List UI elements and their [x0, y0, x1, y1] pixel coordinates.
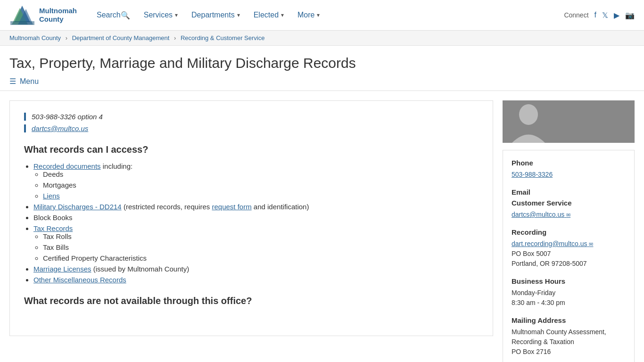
- facebook-icon[interactable]: f: [594, 11, 596, 19]
- logo-icon: [9, 3, 35, 27]
- menu-toggle[interactable]: ☰ Menu: [9, 77, 635, 86]
- mailing-label: Mailing Address: [512, 316, 626, 324]
- sidebar-info: Phone 503-988-3326 Email Customer Servic…: [503, 150, 635, 362]
- email-label: Email: [512, 188, 626, 196]
- svg-rect-3: [10, 21, 34, 25]
- nav-more[interactable]: More ▾: [292, 7, 325, 23]
- list-item-mortgages: Mortgages: [43, 181, 479, 189]
- sidebar-recording-section: Recording dart.recording@multco.us ✉ PO …: [512, 228, 626, 269]
- email-contact-block: dartcs@multco.us: [24, 124, 479, 132]
- marriage-link[interactable]: Marriage Licenses: [33, 265, 91, 273]
- content-area: 503-988-3326 option 4 dartcs@multco.us W…: [9, 100, 493, 336]
- list-item-military: Military Discharges - DD214 (restricted …: [33, 203, 479, 211]
- top-navigation-bar: Multnomah County Search 🔍 Services ▾ Dep…: [0, 0, 644, 31]
- sidebar-cs-email[interactable]: dartcs@multco.us ✉: [512, 211, 570, 218]
- breadcrumb-separator: ›: [174, 34, 176, 41]
- breadcrumb-home[interactable]: Multnomah County: [9, 34, 61, 41]
- hours-days: Monday-Friday: [512, 288, 626, 298]
- other-link[interactable]: Other Miscellaneous Records: [33, 276, 126, 284]
- request-form-link[interactable]: request form: [212, 203, 251, 211]
- nav-elected[interactable]: Elected ▾: [248, 7, 289, 23]
- nav-search[interactable]: Search 🔍: [91, 7, 136, 24]
- military-link[interactable]: Military Discharges - DD214: [33, 203, 122, 211]
- search-icon: 🔍: [121, 11, 130, 20]
- logo-text: Multnomah County: [39, 7, 77, 24]
- mailing-line1: Multnomah County Assessment,: [512, 327, 626, 337]
- section1-heading: What records can I access?: [24, 144, 479, 155]
- youtube-icon[interactable]: ▶: [614, 11, 619, 20]
- cs-label: Customer Service: [512, 199, 626, 207]
- recording-po-box: PO Box 5007: [512, 249, 626, 259]
- list-item-block-books: Block Books: [33, 214, 479, 222]
- list-item-tax-rolls: Tax Rolls: [43, 232, 479, 240]
- list-item-tax-bills: Tax Bills: [43, 243, 479, 251]
- main-nav: Search 🔍 Services ▾ Departments ▾ Electe…: [91, 7, 564, 24]
- liens-link[interactable]: Liens: [43, 192, 60, 200]
- sidebar-recording-email[interactable]: dart.recording@multco.us ✉: [512, 240, 593, 247]
- recorded-docs-link[interactable]: Recorded documents: [33, 162, 101, 170]
- instagram-icon[interactable]: 📷: [625, 11, 635, 20]
- email-icon: ✉: [566, 212, 570, 218]
- header-right: Connect f 𝕏 ▶ 📷: [564, 11, 635, 20]
- page-title-area: Tax, Property, Marriage and Military Dis…: [0, 46, 644, 91]
- logo-link[interactable]: Multnomah County: [9, 3, 77, 27]
- twitter-icon[interactable]: 𝕏: [602, 11, 608, 20]
- hours-time: 8:30 am - 4:30 pm: [512, 298, 626, 308]
- recorded-sub-list: Deeds Mortgages Liens: [43, 170, 479, 200]
- email-icon: ✉: [589, 241, 593, 247]
- breadcrumb-dept[interactable]: Department of County Management: [72, 34, 170, 41]
- list-item-marriage: Marriage Licenses (issued by Multnomah C…: [33, 265, 479, 273]
- breadcrumb-current[interactable]: Recording & Customer Service: [181, 34, 264, 41]
- breadcrumb: Multnomah County › Department of County …: [0, 31, 644, 46]
- main-layout: 503-988-3326 option 4 dartcs@multco.us W…: [0, 91, 644, 362]
- chevron-down-icon: ▾: [175, 12, 178, 18]
- svg-point-5: [519, 104, 538, 125]
- breadcrumb-separator: ›: [66, 34, 67, 41]
- phone-contact-block: 503-988-3326 option 4: [24, 113, 479, 121]
- sidebar-hours-section: Business Hours Monday-Friday 8:30 am - 4…: [512, 277, 626, 308]
- list-item-recorded: Recorded documents including: Deeds Mort…: [33, 162, 479, 200]
- chat-background-image: [503, 100, 635, 143]
- recording-city: Portland, OR 97208-5007: [512, 259, 626, 269]
- records-list: Recorded documents including: Deeds Mort…: [33, 162, 479, 284]
- nav-services[interactable]: Services ▾: [138, 7, 183, 23]
- connect-label: Connect: [564, 11, 588, 19]
- recording-label: Recording: [512, 228, 626, 236]
- list-item-liens: Liens: [43, 192, 479, 200]
- live-chat-box: Live Chat Unavailable: [503, 100, 635, 143]
- sidebar-mailing-section: Mailing Address Multnomah County Assessm…: [512, 316, 626, 357]
- list-item-tax-records: Tax Records Tax Rolls Tax Bills Certifie…: [33, 224, 479, 262]
- menu-label: Menu: [20, 77, 39, 86]
- chevron-down-icon: ▾: [281, 12, 284, 18]
- sidebar: Live Chat Unavailable Phone 503-988-3326…: [503, 100, 635, 362]
- page-title: Tax, Property, Marriage and Military Dis…: [9, 55, 635, 71]
- sidebar-email-section: Email Customer Service dartcs@multco.us …: [512, 188, 626, 220]
- list-item-other: Other Miscellaneous Records: [33, 276, 479, 284]
- sidebar-phone-section: Phone 503-988-3326: [512, 159, 626, 180]
- tax-sub-list: Tax Rolls Tax Bills Certified Property C…: [43, 232, 479, 262]
- section2-heading: What records are not available through t…: [24, 296, 479, 306]
- nav-departments[interactable]: Departments ▾: [186, 7, 246, 23]
- chevron-down-icon: ▾: [317, 12, 320, 18]
- phone-number: 503-988-3326 option 4: [32, 113, 479, 121]
- phone-label: Phone: [512, 159, 626, 167]
- hours-label: Business Hours: [512, 277, 626, 285]
- list-item-deeds: Deeds: [43, 170, 479, 178]
- chevron-down-icon: ▾: [237, 12, 240, 18]
- hamburger-icon: ☰: [9, 77, 16, 86]
- tax-records-link[interactable]: Tax Records: [33, 224, 73, 232]
- list-item-certified-property: Certified Property Characteristics: [43, 254, 479, 262]
- mailing-po: PO Box 2716: [512, 347, 626, 357]
- mailing-line2: Recording & Taxation: [512, 337, 626, 347]
- email-link[interactable]: dartcs@multco.us: [32, 124, 88, 132]
- sidebar-phone-link[interactable]: 503-988-3326: [512, 171, 553, 178]
